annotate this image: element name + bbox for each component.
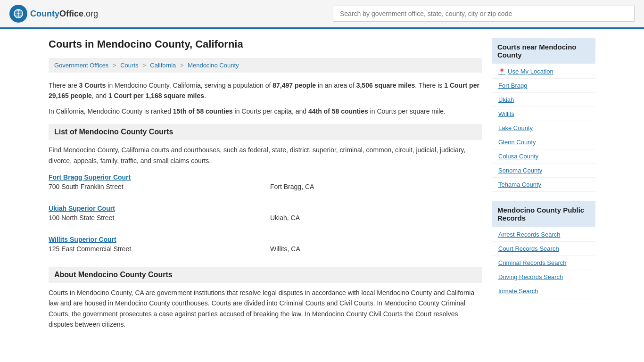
breadcrumb-sep2: > bbox=[142, 62, 148, 69]
nearby-fort-bragg[interactable]: Fort Bragg bbox=[492, 79, 595, 93]
court-address-1: 700 South Franklin Street bbox=[49, 183, 261, 190]
logo-text: CountyOffice.org bbox=[30, 9, 98, 19]
population: 87,497 people bbox=[272, 82, 316, 89]
nearby-glenn-county[interactable]: Glenn County bbox=[492, 135, 595, 149]
location-icon: 📍 bbox=[498, 68, 505, 75]
records-inmate[interactable]: Inmate Search bbox=[492, 284, 595, 298]
about-section-header: About Mendocino County Courts bbox=[49, 267, 482, 283]
court-address-2: 100 North State Street bbox=[49, 214, 261, 222]
courts-count: 3 Courts bbox=[79, 82, 106, 89]
breadcrumb-sep3: > bbox=[180, 62, 185, 69]
court-item-3: Willits Superior Court 125 East Commerci… bbox=[49, 236, 482, 257]
nearby-colusa-county[interactable]: Colusa County bbox=[492, 149, 595, 164]
rank-sqmile: 44th of 58 counties bbox=[308, 107, 368, 115]
description-line1: There are 3 Courts in Mendocino County, … bbox=[49, 80, 482, 101]
breadcrumb-gov-offices[interactable]: Government Offices bbox=[54, 62, 108, 69]
page-title: Courts in Mendocino County, California bbox=[49, 38, 482, 50]
about-section-text: Courts in Mendocino County, CA are gover… bbox=[49, 288, 482, 330]
records-title: Mendocino County Public Records bbox=[492, 201, 595, 227]
nearby-sonoma-county[interactable]: Sonoma County bbox=[492, 164, 595, 178]
court-name-3[interactable]: Willits Superior Court bbox=[49, 236, 482, 243]
breadcrumb-california[interactable]: California bbox=[150, 62, 176, 69]
court-row-1: 700 South Franklin Street Fort Bragg, CA bbox=[49, 183, 482, 190]
search-bar bbox=[333, 6, 635, 22]
header: CountyOffice.org bbox=[0, 0, 644, 29]
court-row-2: 100 North State Street Ukiah, CA bbox=[49, 214, 482, 222]
court-name-1[interactable]: Fort Bragg Superior Court bbox=[49, 173, 482, 181]
breadcrumb-sep1: > bbox=[113, 62, 118, 69]
court-city-1: Fort Bragg, CA bbox=[270, 183, 482, 190]
nearby-section: Courts near Mendocino County 📍 Use My Lo… bbox=[492, 38, 595, 192]
court-address-3: 125 East Commercial Street bbox=[49, 245, 261, 253]
nearby-willits[interactable]: Willits bbox=[492, 107, 595, 121]
description-line2: In California, Mendocino County is ranke… bbox=[49, 106, 482, 116]
list-section-description: Find Mendocino County, California courts… bbox=[49, 145, 482, 166]
breadcrumb: Government Offices > Courts > California… bbox=[49, 58, 482, 73]
use-my-location-label: Use My Location bbox=[508, 68, 553, 75]
search-input[interactable] bbox=[333, 6, 635, 22]
per-sqmile: 1 Court per 1,168 square miles bbox=[108, 92, 204, 99]
main-container: Courts in Mendocino County, California G… bbox=[39, 29, 605, 339]
logo[interactable]: CountyOffice.org bbox=[9, 5, 98, 23]
court-row-3: 125 East Commercial Street Willits, CA bbox=[49, 245, 482, 253]
records-criminal[interactable]: Criminal Records Search bbox=[492, 256, 595, 270]
records-section: Mendocino County Public Records Arrest R… bbox=[492, 201, 595, 298]
rank-capita: 15th of 58 counties bbox=[173, 107, 233, 115]
breadcrumb-mendocino[interactable]: Mendocino County bbox=[188, 62, 239, 69]
nearby-lake-county[interactable]: Lake County bbox=[492, 121, 595, 135]
court-city-2: Ukiah, CA bbox=[270, 214, 482, 222]
breadcrumb-courts[interactable]: Courts bbox=[120, 62, 138, 69]
records-court[interactable]: Court Records Search bbox=[492, 242, 595, 256]
list-section-header: List of Mendocino County Courts bbox=[49, 124, 482, 140]
area: 3,506 square miles bbox=[356, 82, 415, 89]
court-city-3: Willits, CA bbox=[270, 245, 482, 253]
court-item-1: Fort Bragg Superior Court 700 South Fran… bbox=[49, 173, 482, 195]
records-driving[interactable]: Driving Records Search bbox=[492, 270, 595, 284]
nearby-tehama-county[interactable]: Tehama County bbox=[492, 178, 595, 192]
logo-icon bbox=[9, 5, 27, 23]
court-name-2[interactable]: Ukiah Superior Court bbox=[49, 205, 482, 212]
content-area: Courts in Mendocino County, California G… bbox=[49, 38, 482, 330]
records-arrest[interactable]: Arrest Records Search bbox=[492, 228, 595, 242]
court-item-2: Ukiah Superior Court 100 North State Str… bbox=[49, 205, 482, 226]
nearby-title: Courts near Mendocino County bbox=[492, 38, 595, 64]
nearby-ukiah[interactable]: Ukiah bbox=[492, 93, 595, 107]
use-my-location-link[interactable]: 📍 Use My Location bbox=[492, 65, 595, 79]
sidebar: Courts near Mendocino County 📍 Use My Lo… bbox=[492, 38, 595, 330]
